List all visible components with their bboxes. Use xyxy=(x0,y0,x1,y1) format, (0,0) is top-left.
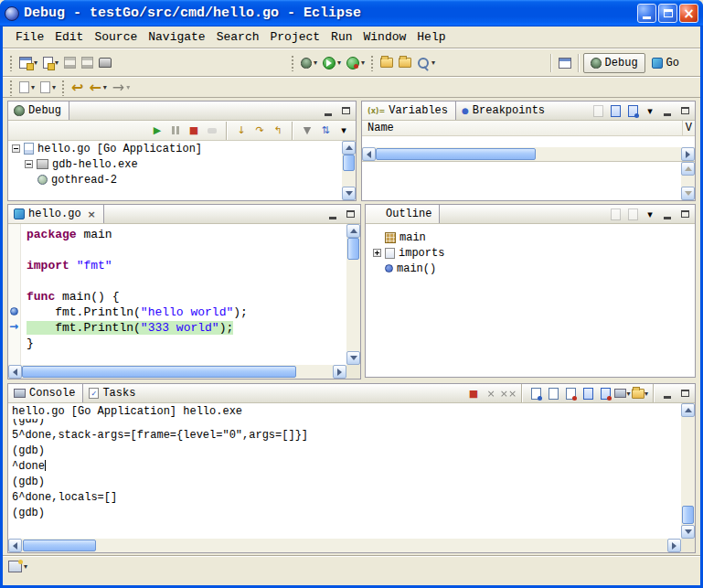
console-scrollbar-vertical[interactable] xyxy=(681,403,695,539)
open-perspective-button[interactable] xyxy=(556,52,574,74)
back-button[interactable]: ←▾ xyxy=(86,77,109,99)
debug-scrollbar-vertical[interactable] xyxy=(342,141,356,200)
toolbar-grip[interactable] xyxy=(9,55,14,71)
step-over-icon[interactable]: ↷ xyxy=(251,123,268,138)
last-edit-location-button[interactable]: ↩ xyxy=(69,77,86,99)
code-editor[interactable]: package main import "fmt" func main() { … xyxy=(21,224,346,365)
minimize-view-icon[interactable] xyxy=(320,103,336,118)
menu-run[interactable]: Run xyxy=(325,28,357,46)
fast-view-button[interactable]: ▾ xyxy=(8,561,27,572)
minimize-view-icon[interactable] xyxy=(659,386,676,401)
maximize-view-icon[interactable] xyxy=(337,103,354,118)
scroll-right-icon[interactable] xyxy=(667,539,681,552)
menu-navigate[interactable]: Navigate xyxy=(143,28,210,46)
maximize-view-icon[interactable] xyxy=(676,207,693,221)
maximize-view-icon[interactable] xyxy=(676,103,693,118)
console-scrollbar-horizontal[interactable] xyxy=(8,539,681,552)
collapse-all-icon[interactable] xyxy=(607,103,623,118)
scroll-lock-icon[interactable] xyxy=(527,386,544,401)
maximize-view-icon[interactable] xyxy=(342,207,358,221)
close-button[interactable]: × xyxy=(679,4,698,23)
scroll-left-icon[interactable] xyxy=(8,539,22,552)
console-output[interactable]: (gdb) 5^done,stack-args=[frame={level="0… xyxy=(8,419,681,539)
prev-annotation-button[interactable]: ▾ xyxy=(37,77,59,99)
outline-item-imports[interactable]: imports xyxy=(373,245,695,261)
variables-column-header[interactable]: Name V xyxy=(362,121,695,136)
outline-item-package[interactable]: main xyxy=(373,230,695,245)
toolbar-grip[interactable] xyxy=(370,55,375,71)
tab-console[interactable]: Console xyxy=(8,384,83,402)
scroll-down-icon[interactable] xyxy=(681,525,695,539)
tab-debug[interactable]: Debug xyxy=(8,102,69,120)
menu-search[interactable]: Search xyxy=(211,28,265,46)
new-wizard-button[interactable]: ▾ xyxy=(16,52,40,74)
disconnect-icon[interactable] xyxy=(204,123,220,138)
editor-annotation-ruler[interactable]: → xyxy=(8,224,21,365)
perspective-go-button[interactable]: Go xyxy=(645,53,686,73)
scrollbar-thumb[interactable] xyxy=(23,540,96,551)
remove-all-launches-icon[interactable]: ×× xyxy=(500,386,517,401)
tab-hello-go[interactable]: hello.go × xyxy=(8,205,104,223)
tab-breakpoints[interactable]: ● Breakpoints xyxy=(456,102,552,120)
scrollbar-thumb[interactable] xyxy=(347,238,359,260)
minimize-view-icon[interactable] xyxy=(325,207,341,221)
scroll-down-icon[interactable] xyxy=(342,187,356,200)
scroll-up-icon[interactable] xyxy=(681,403,695,417)
variables-scrollbar-horizontal[interactable] xyxy=(362,147,695,161)
collapse-all-icon[interactable] xyxy=(607,207,623,221)
editor-scrollbar-vertical[interactable] xyxy=(346,224,360,365)
scroll-up-icon[interactable] xyxy=(342,141,356,155)
perspective-debug-button[interactable]: Debug xyxy=(583,53,645,73)
save-button[interactable] xyxy=(61,52,79,74)
step-into-icon[interactable]: ↓ xyxy=(233,123,250,138)
tab-tasks[interactable]: ✓ Tasks xyxy=(83,384,143,402)
scrollbar-thumb[interactable] xyxy=(682,506,694,524)
open-resource-button[interactable] xyxy=(396,52,414,74)
search-dropdown-button[interactable]: ▾ xyxy=(414,52,438,74)
collapse-toggle-icon[interactable] xyxy=(12,144,20,153)
collapse-toggle-icon[interactable] xyxy=(25,160,33,168)
next-annotation-button[interactable]: ▾ xyxy=(16,77,37,99)
expand-toggle-icon[interactable] xyxy=(373,249,381,257)
menu-window[interactable]: Window xyxy=(358,28,412,46)
maximize-button[interactable] xyxy=(658,4,677,23)
terminate-icon[interactable]: ■ xyxy=(186,123,202,138)
view-menu-icon[interactable]: ▾ xyxy=(642,103,658,118)
step-return-icon[interactable]: ↰ xyxy=(270,123,286,138)
scroll-up-icon[interactable] xyxy=(346,224,360,238)
tab-outline[interactable]: Outline xyxy=(366,205,440,223)
toolbar-grip[interactable] xyxy=(291,55,295,71)
layout-icon[interactable] xyxy=(624,103,641,118)
scroll-up-icon[interactable] xyxy=(681,162,695,176)
scrollbar-thumb[interactable] xyxy=(343,155,355,171)
open-console-icon[interactable]: ▾ xyxy=(632,386,648,401)
menu-help[interactable]: Help xyxy=(411,28,451,46)
sort-icon[interactable] xyxy=(624,207,641,221)
print-button[interactable] xyxy=(96,52,114,74)
show-type-names-icon[interactable] xyxy=(590,103,606,118)
tree-item-thread[interactable]: gothread-2 xyxy=(8,172,342,187)
scrollbar-thumb[interactable] xyxy=(376,148,536,160)
view-menu-icon[interactable]: ▾ xyxy=(642,207,658,221)
minimize-view-icon[interactable] xyxy=(659,103,676,118)
scroll-left-icon[interactable] xyxy=(8,365,22,379)
scrollbar-thumb[interactable] xyxy=(22,366,296,378)
scroll-right-icon[interactable] xyxy=(681,147,695,161)
outline-item-main-func[interactable]: main() xyxy=(373,261,695,276)
drop-to-frame-icon[interactable]: ▼ xyxy=(299,123,315,138)
scroll-left-icon[interactable] xyxy=(362,147,376,161)
remove-launch-icon[interactable]: × xyxy=(483,386,499,401)
coverage-dropdown-button[interactable]: ▾ xyxy=(344,52,367,74)
scroll-down-icon[interactable] xyxy=(681,187,695,200)
titlebar[interactable]: Debug - testGo/src/cmd/hello.go - Eclips… xyxy=(0,0,703,27)
show-stdout-icon[interactable] xyxy=(580,386,596,401)
scroll-right-icon[interactable] xyxy=(333,365,346,379)
menu-project[interactable]: Project xyxy=(264,28,325,46)
run-dropdown-button[interactable]: ▾ xyxy=(320,52,344,74)
forward-button[interactable]: →▾ xyxy=(110,77,133,99)
pin-console-icon[interactable] xyxy=(562,386,579,401)
step-filters-icon[interactable]: ⇅ xyxy=(317,123,334,138)
view-menu-icon[interactable]: ▾ xyxy=(336,123,352,138)
maximize-view-icon[interactable] xyxy=(676,386,693,401)
resume-icon[interactable]: ▶ xyxy=(149,123,165,138)
